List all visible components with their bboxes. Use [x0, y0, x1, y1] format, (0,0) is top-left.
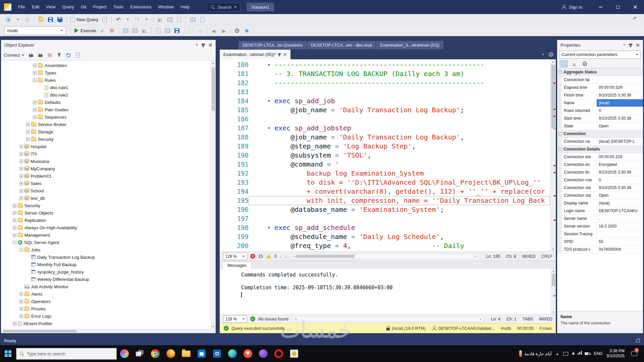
search-box[interactable]: Search: [207, 3, 240, 11]
expand-icon[interactable]: +: [19, 292, 23, 296]
expand-icon[interactable]: +: [13, 211, 16, 215]
available-databases-combo[interactable]: msdb: [4, 26, 66, 35]
sqlcmd-mode-button[interactable]: [186, 26, 195, 35]
property-row[interactable]: Connection enEncrypted: [557, 161, 643, 169]
results-to-file-button[interactable]: [173, 26, 181, 35]
menu-help[interactable]: Help: [177, 0, 193, 14]
expand-icon[interactable]: +: [19, 174, 23, 178]
code-text[interactable]: ----------------------------------------…: [274, 78, 484, 87]
expand-icon[interactable]: +: [19, 182, 23, 185]
menu-git[interactable]: Git: [77, 0, 90, 14]
tree-item-itii[interactable]: +ITII: [1, 150, 211, 158]
tab-list-icon[interactable]: [542, 54, 544, 55]
redo-button[interactable]: [133, 15, 142, 24]
menu-window[interactable]: Window: [155, 0, 177, 14]
next-issue-icon[interactable]: ↓: [285, 254, 287, 259]
close-panel-icon[interactable]: [209, 43, 212, 47]
tree-item-storage[interactable]: +Storage: [1, 128, 211, 135]
minimize-button[interactable]: [592, 0, 609, 14]
messages-scrollbar[interactable]: ▲ ▼: [551, 269, 556, 314]
categorized-view-button[interactable]: [560, 60, 568, 67]
tree-item-security[interactable]: +Security: [1, 135, 211, 143]
results-to-grid-button[interactable]: [163, 26, 172, 35]
tree-item-server-objects[interactable]: +Server Objects: [1, 209, 211, 217]
property-row[interactable]: Rows returned0: [557, 107, 643, 115]
code-text[interactable]: @database_name = 'Examination_System';: [274, 205, 444, 214]
collapse-icon[interactable]: −: [19, 248, 23, 252]
expand-icon[interactable]: +: [19, 189, 23, 193]
tree-item-plan-guides[interactable]: +Plan Guides: [1, 106, 211, 113]
filter-button[interactable]: [55, 51, 63, 59]
tree-item-management[interactable]: +Management: [1, 231, 211, 239]
editor-scrollbar[interactable]: ▲ ▼: [550, 59, 556, 251]
property-row[interactable]: Server version16.0.1000: [557, 223, 643, 230]
error-count[interactable]: 15: [258, 254, 263, 259]
scroll-down-icon[interactable]: ▼: [211, 324, 216, 329]
navigate-forward-button[interactable]: [23, 15, 32, 24]
menu-view[interactable]: View: [43, 0, 59, 14]
clock[interactable]: 3:38 PM 9/10/2025: [607, 349, 625, 359]
tree-item-hospital[interactable]: +Hospital: [1, 143, 211, 150]
tree-item-school[interactable]: +School: [1, 187, 211, 194]
firefox-button[interactable]: [163, 345, 178, 362]
scroll-up-icon[interactable]: ▲: [551, 269, 556, 274]
network-icon[interactable]: [578, 353, 579, 355]
expand-icon[interactable]: +: [26, 130, 30, 134]
scroll-right-icon[interactable]: ▸: [479, 317, 483, 321]
messages-text[interactable]: Commands completed successfully. Complet…: [241, 272, 546, 297]
property-row[interactable]: Finish time9/10/2025 3:30:39: [557, 92, 643, 99]
scroll-up-icon[interactable]: ▲: [211, 61, 216, 65]
tree-item-assemblies[interactable]: +Assemblies: [1, 62, 211, 69]
chrome-button[interactable]: [148, 345, 163, 362]
messages-tab[interactable]: Messages: [222, 261, 252, 269]
store-button[interactable]: [194, 345, 209, 362]
redo-dropdown-button[interactable]: [142, 15, 151, 24]
expand-icon[interactable]: +: [26, 123, 30, 126]
navigate-backward-button[interactable]: [4, 15, 13, 24]
property-row[interactable]: Login nameDESKTOP-LTCAAKU: [557, 207, 643, 215]
menu-project[interactable]: Project: [90, 0, 110, 14]
expand-icon[interactable]: +: [13, 204, 16, 207]
property-row[interactable]: Connection sta9/10/2025 3:30:38: [557, 184, 643, 192]
properties-header[interactable]: Properties: [557, 40, 643, 50]
expand-icon[interactable]: +: [13, 226, 16, 230]
save-all-button[interactable]: [55, 15, 64, 24]
tree-item-operators[interactable]: +Operators: [1, 298, 211, 305]
editor-hscrollbar[interactable]: ◂ ▸: [292, 254, 478, 259]
volume-icon[interactable]: [572, 352, 574, 355]
tree-item-jobs[interactable]: −Jobs: [1, 246, 211, 253]
new-query-button-button[interactable]: New Query: [69, 15, 100, 24]
code-text[interactable]: exec sp_add_schedule: [274, 223, 355, 232]
tree-item-always-on-high-availability[interactable]: +Always On High Availability: [1, 224, 211, 231]
parse-button[interactable]: [98, 26, 107, 35]
expand-icon[interactable]: +: [33, 115, 37, 119]
expand-icon[interactable]: +: [19, 300, 23, 303]
pin-tab-icon[interactable]: [279, 53, 280, 56]
close-button[interactable]: [627, 0, 644, 14]
expand-icon[interactable]: +: [33, 64, 37, 67]
property-row[interactable]: Elapsed time00:00:00.329: [557, 84, 643, 92]
query-options-button[interactable]: [233, 26, 241, 35]
expand-icon[interactable]: +: [19, 167, 23, 171]
registered-servers-button[interactable]: [165, 15, 174, 24]
scroll-up-icon[interactable]: ▲: [550, 59, 556, 64]
save-button[interactable]: [46, 15, 55, 24]
weather-widget[interactable]: أيام حارة قادمة: [519, 350, 551, 357]
tree-item-test-db[interactable]: +test_db: [1, 194, 211, 202]
task-view-button[interactable]: [132, 345, 148, 362]
window-position-icon[interactable]: [623, 44, 625, 46]
code-text[interactable]: @job_name = 'Daily Transaction Log Backu…: [274, 106, 464, 115]
tree-item-defaults[interactable]: +Defaults: [1, 99, 211, 106]
tree-item-job-activity-monitor[interactable]: Job Activity Monitor: [1, 283, 211, 290]
alphabetical-view-button[interactable]: [570, 60, 578, 67]
fold-collapse-icon[interactable]: ▾: [268, 97, 270, 106]
outlook-button[interactable]: [209, 345, 225, 362]
document-tab[interactable]: DESKTOP-LTCA...em - dbo.stud: [307, 41, 376, 49]
property-row[interactable]: SPID55: [557, 238, 643, 246]
code-text[interactable]: @command = ': [274, 160, 339, 169]
edge-button[interactable]: [225, 345, 240, 362]
open-file-button[interactable]: [37, 15, 45, 24]
collapse-icon[interactable]: −: [558, 147, 562, 151]
display-estimated-plan-button[interactable]: [121, 26, 130, 35]
template-browser-button[interactable]: [175, 15, 183, 24]
